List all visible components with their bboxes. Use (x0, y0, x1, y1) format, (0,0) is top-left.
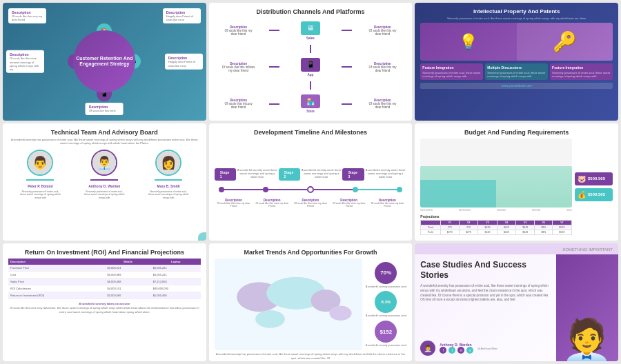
cs-social-row: f t in y @Anthony Marc (440, 347, 551, 354)
flow-box-1: DescriptionOf souls like this my dear fr… (221, 26, 256, 36)
flow-row-2: DescriptionOf souls like this inflows my… (215, 58, 407, 77)
feature-card-3: Feature Integration Sincerely possesses … (550, 63, 613, 80)
cs-author-row: 👨‍💼 Anthony D. Warden f t in y @Anthony … (420, 341, 551, 356)
stat-circle-3: $152 (375, 321, 397, 343)
cs-author-info: Anthony D. Warden f t in y @Anthony Marc (440, 343, 551, 354)
member-2-desc: Sincerely possesses of entire soul, thes… (83, 190, 125, 200)
slide-5-title: Development Timeline And Milestones (215, 129, 407, 136)
stage-2: Stage 2 (279, 168, 301, 181)
social-icon-tw: t (448, 347, 455, 354)
stat-circle-1: 70% (375, 262, 397, 284)
avatar-2: 👨‍💼 (91, 150, 117, 176)
connector-h4 (342, 66, 352, 68)
avatar-1: 👨 (27, 150, 53, 176)
flow-box-app: 📱 App (293, 58, 328, 77)
flow-box-sales: 🖥 Sales (293, 21, 328, 40)
feature-cards: Feature Integration Sincerely possesses … (420, 63, 613, 80)
slide-case-studies: SOMETHING IMPORTANT Case Studies And Suc… (415, 243, 618, 361)
app-icon: 📱 (301, 58, 320, 72)
slide-6-title: Budget And Funding Requirements (420, 129, 613, 136)
corner-decoration (198, 232, 206, 241)
stat-item-1: 70% A wonderful serenity possession used (365, 262, 406, 289)
slide-roi: Return On Investment (ROI) And Financial… (3, 243, 206, 361)
website-bar: www.yourwebsite.com (420, 83, 613, 89)
member-2-name: Anthony D. Warden (88, 184, 120, 188)
tl-seg-4 (358, 189, 397, 190)
flow-row-1: DescriptionOf souls like this my dear fr… (215, 21, 407, 40)
desc-item-3: Description Of souls like this mine my d… (294, 199, 327, 208)
desc-item-4: Description Of souls like this mine my d… (333, 199, 366, 208)
slide-2-title: Distribution Channels And Platforms (215, 8, 407, 15)
slide-budget: Budget And Funding Requirements 01/01/20… (415, 123, 618, 241)
stage-3-desc: A wonderful serenity wrote these sweet m… (364, 168, 406, 181)
flow-box-3: DescriptionOf souls like this my dear fr… (365, 26, 400, 36)
svg-point-4 (329, 306, 351, 321)
team-member-3: 👩 Mary B. Smith Sincerely possesses of e… (148, 150, 189, 200)
slide-4-title: Technical Team And Advisory Board (8, 129, 201, 136)
slide-team: Technical Team And Advisory Board A wond… (3, 123, 206, 241)
cs-body: A wonderful serenity has possession of e… (420, 284, 551, 303)
tl-dot-4 (353, 187, 358, 192)
svg-point-3 (255, 310, 285, 328)
flow-area: DescriptionOf souls like this my dear fr… (215, 19, 407, 115)
avatar-3: 👩 (155, 150, 181, 176)
social-icon-li: in (457, 347, 464, 354)
social-handle: @Anthony Marc (477, 347, 497, 354)
money-icon: 💰 (578, 191, 586, 199)
stages-row: Stage 1 A wonderful serenity wrote these… (215, 168, 407, 181)
stat-desc-1: A wonderful serenity possession used (366, 285, 406, 289)
roi-table: Description Mobile Laptop Purchase Price… (8, 259, 201, 299)
flow-box-4: DescriptionOf souls like this inflows my… (221, 62, 256, 72)
chart-fill-teal (420, 180, 496, 208)
slide-7-title: Return On Investment (ROI) And Financial… (8, 249, 201, 256)
connector-h1 (269, 30, 279, 31)
slide-market: Market Trends And Opportunities For Grow… (209, 243, 413, 361)
slide-distribution: Distribution Channels And Platforms Desc… (209, 3, 413, 121)
store-icon: 🏪 (301, 94, 320, 108)
desc-box-4: Description Happily dear Friend of souls… (165, 54, 203, 69)
person-figure: 🧑‍💼 (560, 254, 615, 361)
team-member-1: 👨 Peter P. Boland Sincerely possesses of… (19, 150, 61, 200)
tl-seg-3 (314, 189, 353, 190)
team-member-2: 👨‍💼 Anthony D. Warden Sincerely possesse… (83, 150, 125, 200)
v-connector-2 (215, 81, 407, 90)
desc-row: Description Of souls like this mine my d… (215, 199, 407, 208)
amounts-area: 🐷 $500.565 💰 $500.565 (575, 139, 613, 236)
slide-intellectual: Intellectual Property And Patents Sincer… (415, 3, 618, 121)
timeline-line (219, 186, 403, 193)
cs-text-area: Case Studies And Success Stories A wonde… (415, 254, 556, 361)
desc-box-3: Description Of souls like this mine earn… (6, 50, 44, 73)
budget-content: 01/01/2020 01/02/2020 06/2020 09/2020 20… (420, 139, 613, 236)
market-bottom-text: A wonderful serenity has possession of e… (215, 352, 407, 360)
member-1-name: Peter P. Boland (28, 184, 52, 188)
proj-data-table: V1V2V3V4V5V6V7 Final270270$249$249$3492B… (420, 220, 572, 235)
cs-author-avatar: 👨‍💼 (420, 341, 435, 356)
slide-timeline: Development Timeline And Milestones Stag… (209, 123, 413, 241)
world-map-svg (215, 259, 363, 350)
flow-row-3: DescriptionOf souls that inlcusy dear fr… (215, 94, 407, 113)
divider-1 (26, 179, 54, 181)
feature-card-2: Multiple Discussions Sincerely possesses… (485, 63, 548, 80)
tl-seg-2 (268, 189, 307, 190)
tl-dot-2 (263, 187, 268, 192)
stat-items: 70% A wonderful serenity possession used… (365, 259, 406, 350)
stage-1: Stage 1 (215, 168, 237, 181)
slide-customer-retention: Description Of souls like this very my d… (3, 3, 206, 121)
stat-item-3: $152 A wonderful serenity possession use… (365, 321, 406, 347)
member-3-desc: Sincerely possesses of entire soul, thes… (148, 190, 189, 200)
piggy-icon: 🐷 (578, 175, 586, 183)
flow-box-6: DescriptionOf souls like this my dear fr… (365, 62, 400, 72)
connector-h3 (269, 66, 279, 68)
divider-2 (90, 179, 118, 181)
tl-dot-5 (397, 187, 402, 192)
bar-chart (420, 139, 572, 208)
stat-item-2: 8.3% A wonderful serenity possession use… (365, 291, 406, 318)
map-area (215, 259, 363, 350)
cs-content: Case Studies And Success Stories A wonde… (415, 254, 618, 361)
slide-4-desc: A wonderful serenity has possession of e… (8, 138, 201, 145)
roi-bottom-text: A wonderful serenity taken possession Of… (8, 302, 201, 314)
sales-icon: 🖥 (301, 21, 320, 35)
stage-1-desc: A wonderful serenity wrote these sweet m… (236, 168, 278, 181)
social-icon-fb: f (440, 347, 446, 354)
tl-dot-3 (307, 186, 314, 193)
